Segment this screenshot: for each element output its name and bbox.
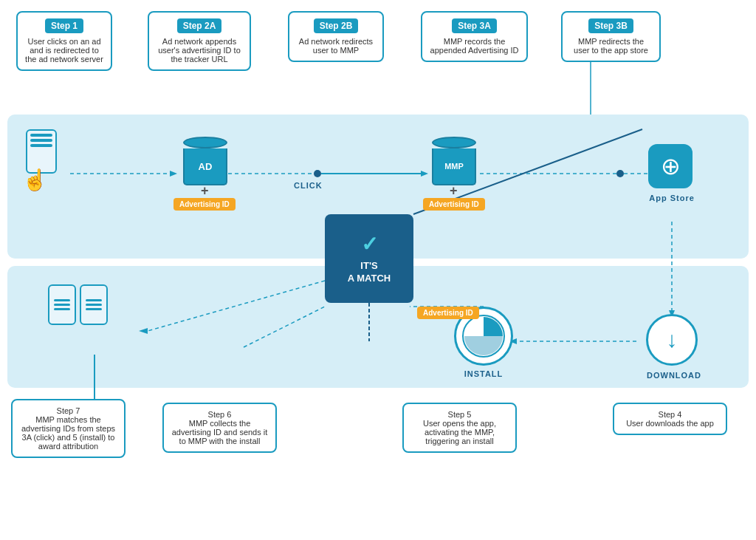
plus-sign-mmp: + xyxy=(450,183,458,199)
step3b-box: Step 3B MMP redirects the user to the ap… xyxy=(561,11,661,62)
step3a-title: Step 3A xyxy=(452,18,497,33)
step3a-box: Step 3A MMP records the appended Adverti… xyxy=(421,11,528,62)
step3b-title: Step 3B xyxy=(588,18,633,33)
download-arrow-icon: ↓ xyxy=(667,327,678,352)
step6-box: Step 6 MMP collects the advertising ID a… xyxy=(162,403,277,453)
phone-body xyxy=(26,129,57,174)
step2a-description: Ad network appends user's advertising ID… xyxy=(157,37,242,64)
download-label: DOWNLOAD xyxy=(645,371,704,380)
step3a-description: MMP records the appended Advertising ID xyxy=(430,37,519,55)
step7-description: MMP matches the advertising IDs from ste… xyxy=(20,415,117,451)
ad-cylinder: AD xyxy=(183,137,227,185)
mmp-cylinder-top xyxy=(432,137,476,148)
step4-box: Step 4 User downloads the app xyxy=(613,403,727,435)
step5-title: Step 5 xyxy=(411,410,508,419)
step4-description: User downloads the app xyxy=(622,419,718,428)
step1-box: Step 1 User clicks on an ad and is redir… xyxy=(16,11,112,71)
step6-description: MMP collects the advertising ID and send… xyxy=(171,419,268,445)
phone-line xyxy=(86,299,102,301)
phone-line xyxy=(86,308,102,310)
phone-line xyxy=(54,308,70,310)
install-chart xyxy=(461,314,506,358)
plus-sign-ad: + xyxy=(201,183,209,199)
step3b-description: MMP redirects the user to the app store xyxy=(570,37,652,55)
mmp-cylinder: MMP xyxy=(432,137,476,185)
phone-left-screen xyxy=(54,299,70,310)
cylinder-body-mmp: MMP xyxy=(432,148,476,185)
phone-left xyxy=(48,284,76,325)
step2a-title: Step 2A xyxy=(177,18,222,33)
two-phones-icon xyxy=(48,284,108,325)
phone-line-1 xyxy=(30,134,52,137)
app-store-icon: ⊕ xyxy=(648,144,693,188)
download-circle: ↓ xyxy=(646,314,698,366)
advertising-id-badge-2: Advertising ID xyxy=(423,198,485,211)
step2b-description: Ad network redirects user to MMP xyxy=(297,37,375,55)
app-store-symbol: ⊕ xyxy=(661,152,681,180)
cylinder-body-ad: AD xyxy=(183,148,227,185)
phone-hand-icon: ☝ xyxy=(22,129,66,188)
phone-line-2 xyxy=(30,139,52,142)
step7-box: Step 7 MMP matches the advertising IDs f… xyxy=(11,399,126,458)
phone-right-screen xyxy=(86,299,102,310)
match-box: ✓ IT'SA MATCH xyxy=(325,214,413,303)
phone-line-3 xyxy=(30,144,52,147)
advertising-id-badge-3: Advertising ID xyxy=(417,307,479,319)
phone-line xyxy=(54,304,70,306)
step1-description: User clicks on an ad and is redirected t… xyxy=(25,37,103,64)
step7-title: Step 7 xyxy=(20,406,117,415)
app-store-label: App Store xyxy=(642,194,701,202)
hand-icon: ☝ xyxy=(22,168,48,192)
step2a-box: Step 2A Ad network appends user's advert… xyxy=(148,11,251,71)
phone-line xyxy=(54,299,70,301)
ad-label: AD xyxy=(199,161,213,172)
click-label: CLICK xyxy=(294,181,323,190)
cylinder-top xyxy=(183,137,227,148)
step4-title: Step 4 xyxy=(622,410,718,419)
step2b-title: Step 2B xyxy=(314,18,359,33)
phone-line xyxy=(86,304,102,306)
install-label: INSTALL xyxy=(458,369,509,378)
step5-box: Step 5 User opens the app, activating th… xyxy=(402,403,517,453)
step2b-box: Step 2B Ad network redirects user to MMP xyxy=(288,11,384,62)
step5-description: User opens the app, activating the MMP, … xyxy=(411,419,508,445)
diagram-container: Step 1 User clicks on an ad and is redir… xyxy=(0,0,756,540)
phone-right xyxy=(80,284,108,325)
checkmark-icon: ✓ xyxy=(361,232,378,256)
step6-title: Step 6 xyxy=(171,410,268,419)
step1-title: Step 1 xyxy=(45,18,83,33)
match-label: IT'SA MATCH xyxy=(348,260,391,285)
advertising-id-badge-1: Advertising ID xyxy=(173,198,236,211)
mmp-label: MMP xyxy=(444,162,464,171)
